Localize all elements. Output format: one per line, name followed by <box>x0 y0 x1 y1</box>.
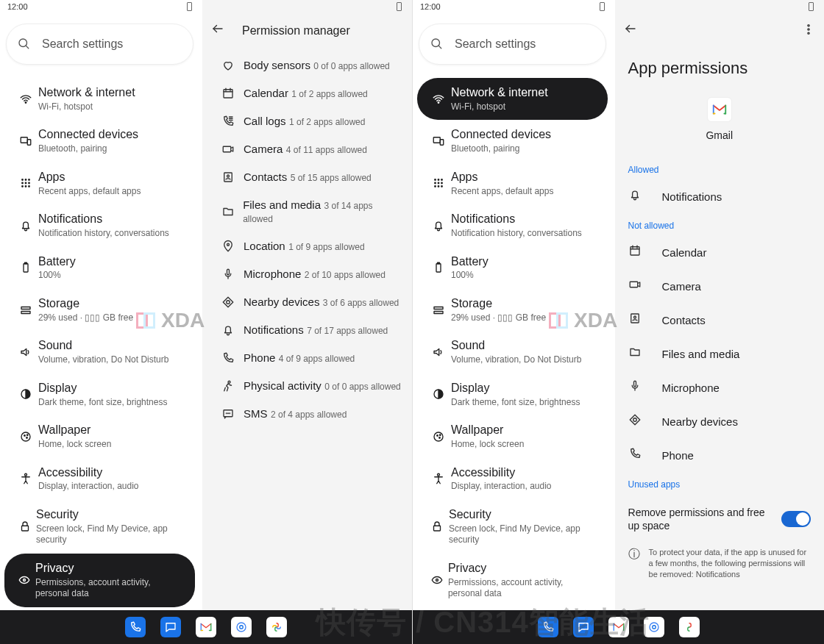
sidebar-item-sound[interactable]: Sound Volume, vibration, Do Not Disturb <box>4 331 195 373</box>
svg-point-78 <box>808 32 809 34</box>
permission-item-contacts[interactable]: Contacts 5 of 15 apps allowed <box>207 165 408 193</box>
settings-list[interactable]: Network & internet Wi-Fi, hotspot Connec… <box>413 71 612 644</box>
svg-point-11 <box>22 186 24 187</box>
microphone-icon <box>213 268 244 281</box>
remove-permissions-toggle[interactable] <box>781 511 811 527</box>
privacy-icon <box>426 573 448 587</box>
privacy-icon <box>13 573 35 587</box>
sidebar-item-accessibility[interactable]: Accessibility Display, interaction, audi… <box>4 458 195 500</box>
back-button[interactable] <box>211 22 229 40</box>
unused-apps-block: Remove permissions and free up space ⓘ T… <box>615 494 824 587</box>
permission-sub: 2 of 10 apps allowed <box>305 270 386 280</box>
svg-rect-14 <box>24 264 28 272</box>
sidebar-item-security[interactable]: Security Screen lock, Find My Device, ap… <box>4 500 195 554</box>
svg-rect-52 <box>440 140 444 146</box>
sidebar-item-apps[interactable]: Apps Recent apps, default apps <box>4 162 195 204</box>
sidebar-item-title: Sound <box>451 338 581 354</box>
search-settings[interactable]: Search settings <box>6 24 193 65</box>
sidebar-item-title: Battery <box>451 254 489 270</box>
camera-icon <box>213 143 244 156</box>
app-permission-item-microphone[interactable]: Microphone <box>615 371 824 404</box>
more-button[interactable] <box>802 23 815 39</box>
permission-item-calendar[interactable]: Calendar 1 of 2 apps allowed <box>207 81 408 109</box>
sidebar-item-title: Battery <box>38 254 76 270</box>
sidebar-item-display[interactable]: Display Dark theme, font size, brightnes… <box>417 373 608 415</box>
app-permission-item-calendar[interactable]: Calendar <box>615 235 824 269</box>
gmail-icon <box>707 97 732 122</box>
permission-sub: 7 of 17 apps allowed <box>307 326 388 336</box>
sidebar-item-sound[interactable]: Sound Volume, vibration, Do Not Disturb <box>417 331 608 373</box>
svg-point-2 <box>25 101 26 103</box>
app-permission-item-contacts[interactable]: Contacts <box>615 303 824 337</box>
permission-item-location[interactable]: Location 1 of 9 apps allowed <box>207 234 408 262</box>
sidebar-item-sub: Wi-Fi, hotspot <box>38 101 135 113</box>
app-permission-title: Calendar <box>662 246 707 259</box>
app-permission-item-files[interactable]: Files and media <box>615 337 824 371</box>
permission-item-microphone[interactable]: Microphone 2 of 10 apps allowed <box>207 262 408 290</box>
permission-title: Notifications <box>244 323 304 336</box>
permission-sub: 2 of 4 apps allowed <box>271 409 347 420</box>
permission-item-call-logs[interactable]: Call logs 1 of 2 apps allowed <box>207 109 408 137</box>
settings-list[interactable]: Network & internet Wi-Fi, hotspot Connec… <box>0 71 199 644</box>
svg-rect-4 <box>27 140 31 146</box>
sidebar-item-wallpaper[interactable]: Wallpaper Home, lock screen <box>417 415 608 457</box>
detail-header <box>615 13 824 50</box>
xda-watermark: XDA <box>549 309 617 332</box>
app-permission-item-phone[interactable]: Phone <box>615 438 824 472</box>
svg-point-59 <box>435 186 436 187</box>
svg-point-60 <box>438 186 439 187</box>
sidebar-item-accessibility[interactable]: Accessibility Display, interaction, audi… <box>417 458 608 500</box>
sidebar-item-battery[interactable]: Battery 100% <box>4 247 195 289</box>
battery-indicator-icon <box>187 2 192 11</box>
permission-item-activity[interactable]: Physical activity 0 of 0 apps allowed <box>207 373 408 401</box>
app-permission-item-notifications[interactable]: Notifications <box>615 179 824 213</box>
sidebar-item-wallpaper[interactable]: Wallpaper Home, lock screen <box>4 415 195 457</box>
phone-icon <box>213 351 244 365</box>
location-icon <box>213 240 244 253</box>
sidebar-item-devices[interactable]: Connected devices Bluetooth, pairing <box>4 120 195 162</box>
photos-app-icon[interactable] <box>266 617 287 637</box>
svg-point-38 <box>227 243 230 246</box>
permission-item-notifications[interactable]: Notifications 7 of 17 apps allowed <box>207 318 408 346</box>
permission-item-phone[interactable]: Phone 4 of 9 apps allowed <box>207 346 408 373</box>
remove-permissions-row[interactable]: Remove permissions and free up space <box>628 501 811 537</box>
sidebar-item-battery[interactable]: Battery 100% <box>417 247 608 289</box>
permission-item-nearby[interactable]: Nearby devices 3 of 6 apps allowed <box>207 290 408 318</box>
sidebar-item-apps[interactable]: Apps Recent apps, default apps <box>417 162 608 204</box>
sidebar-item-privacy[interactable]: Privacy Permissions, account activity, p… <box>417 554 608 607</box>
chrome-app-icon[interactable] <box>231 617 252 637</box>
sidebar-item-title: Display <box>38 381 167 396</box>
sidebar-item-sub: Permissions, account activity, personal … <box>35 577 186 600</box>
sidebar-item-privacy[interactable]: Privacy Permissions, account activity, p… <box>4 554 195 607</box>
permission-item-sms[interactable]: SMS 2 of 4 apps allowed <box>207 401 408 429</box>
permission-item-files[interactable]: Files and media 3 of 14 apps allowed <box>207 193 408 234</box>
sidebar-item-sub: Volume, vibration, Do Not Disturb <box>451 354 581 366</box>
app-permissions-pane: App permissions Gmail Allowed Notificati… <box>615 0 824 644</box>
accessibility-icon <box>13 472 38 485</box>
search-settings[interactable]: Search settings <box>419 24 606 65</box>
svg-point-45 <box>230 413 230 414</box>
sidebar-item-notifications[interactable]: Notifications Notification history, conv… <box>417 204 608 246</box>
allowed-list: Notifications <box>615 179 824 213</box>
sidebar-item-devices[interactable]: Connected devices Bluetooth, pairing <box>417 120 608 162</box>
permission-title: Body sensors <box>244 59 310 71</box>
permission-item-body-sensors[interactable]: Body sensors 0 of 0 apps allowed <box>207 53 408 81</box>
app-permission-item-nearby[interactable]: Nearby devices <box>615 404 824 438</box>
sidebar-item-network[interactable]: Network & internet Wi-Fi, hotspot <box>417 78 608 120</box>
back-button[interactable] <box>624 22 642 40</box>
permission-title: Location <box>244 240 285 252</box>
sidebar-item-display[interactable]: Display Dark theme, font size, brightnes… <box>4 373 195 415</box>
messages-app-icon[interactable] <box>160 617 181 637</box>
phone-app-icon[interactable] <box>125 617 146 637</box>
gmail-app-icon[interactable] <box>196 617 216 637</box>
app-permission-item-camera[interactable]: Camera <box>615 269 824 303</box>
sidebar-item-network[interactable]: Network & internet Wi-Fi, hotspot <box>4 78 195 120</box>
sidebar-item-title: Security <box>449 507 599 523</box>
permission-list[interactable]: Body sensors 0 of 0 apps allowed Calenda… <box>202 50 412 644</box>
svg-point-44 <box>228 413 229 414</box>
sidebar-item-notifications[interactable]: Notifications Notification history, conv… <box>4 204 195 246</box>
sms-icon <box>213 407 244 421</box>
photos-app-icon[interactable] <box>679 617 700 637</box>
permission-item-camera[interactable]: Camera 4 of 11 apps allowed <box>207 137 408 165</box>
sidebar-item-security[interactable]: Security Screen lock, Find My Device, ap… <box>417 500 608 554</box>
